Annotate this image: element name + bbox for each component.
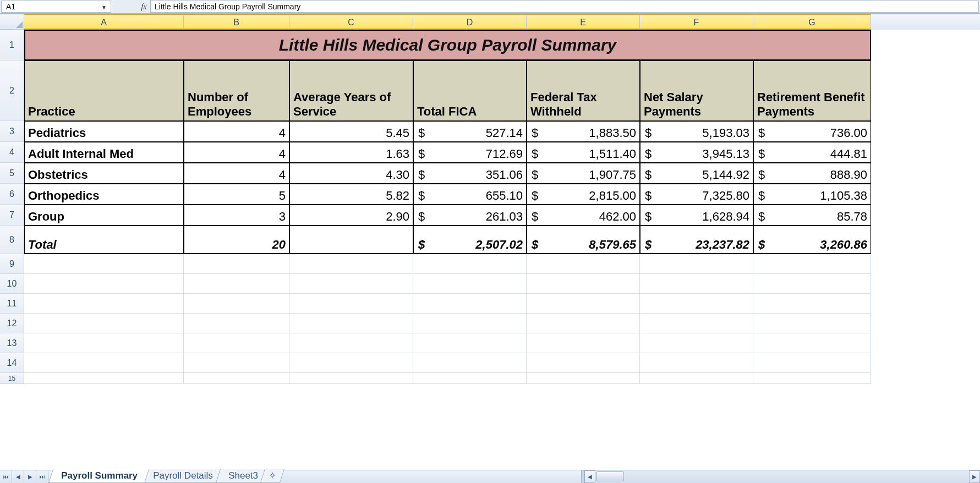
cell-net[interactable]: $5,144.92	[640, 163, 753, 184]
empty-cell[interactable]	[184, 254, 289, 274]
cell-years[interactable]: 4.30	[289, 163, 413, 184]
empty-cell[interactable]	[24, 333, 184, 353]
title-cell[interactable]: Little Hills Medical Group Payroll Summa…	[24, 30, 871, 61]
cell-ret[interactable]: $1,105.38	[753, 184, 871, 205]
row-header-15[interactable]: 15	[0, 373, 24, 384]
cell-years[interactable]: 2.90	[289, 205, 413, 226]
cell-practice[interactable]: Group	[24, 205, 184, 226]
tab-payroll-summary[interactable]: Payroll Summary	[48, 469, 149, 483]
total-fica[interactable]: $2,507.02	[413, 226, 527, 254]
scroll-thumb[interactable]	[596, 471, 624, 481]
row-header-3[interactable]: 3	[0, 121, 24, 142]
empty-cell[interactable]	[289, 254, 413, 274]
chevron-down-icon[interactable]: ▼	[100, 3, 108, 12]
total-tax[interactable]: $8,579.65	[527, 226, 640, 254]
empty-cell[interactable]	[24, 294, 184, 314]
total-net[interactable]: $23,237.82	[640, 226, 753, 254]
empty-cell[interactable]	[753, 254, 871, 274]
cell-net[interactable]: $1,628.94	[640, 205, 753, 226]
hdr-fed-tax[interactable]: Federal Tax Withheld	[527, 61, 640, 121]
total-ret[interactable]: $3,260.86	[753, 226, 871, 254]
cell-practice[interactable]: Pediatrics	[24, 121, 184, 142]
empty-cell[interactable]	[413, 294, 527, 314]
empty-cell[interactable]	[184, 314, 289, 333]
empty-cell[interactable]	[413, 314, 527, 333]
empty-cell[interactable]	[753, 333, 871, 353]
empty-cell[interactable]	[527, 274, 640, 294]
empty-cell[interactable]	[184, 353, 289, 373]
cell-years[interactable]: 5.82	[289, 184, 413, 205]
cell-fica[interactable]: $351.06	[413, 163, 527, 184]
empty-cell[interactable]	[289, 314, 413, 333]
tab-new-sheet[interactable]: ✧	[260, 469, 284, 483]
empty-cell[interactable]	[640, 314, 753, 333]
col-header-F[interactable]: F	[640, 14, 753, 30]
tab-nav-first[interactable]: ⏮	[0, 470, 12, 483]
tab-nav-prev[interactable]: ◀	[12, 470, 24, 483]
cell-practice[interactable]: Orthopedics	[24, 184, 184, 205]
row-header-9[interactable]: 9	[0, 254, 24, 274]
row-header-6[interactable]: 6	[0, 184, 24, 205]
empty-cell[interactable]	[413, 274, 527, 294]
cell-emp[interactable]: 4	[184, 121, 289, 142]
select-all-corner[interactable]	[0, 14, 24, 30]
scroll-right-button[interactable]: ▶	[969, 470, 980, 483]
tab-nav-last[interactable]: ⏭	[36, 470, 48, 483]
cell-years[interactable]: 1.63	[289, 142, 413, 163]
cell-tax[interactable]: $1,883.50	[527, 121, 640, 142]
col-header-A[interactable]: A	[24, 14, 184, 30]
empty-cell[interactable]	[753, 314, 871, 333]
cell-fica[interactable]: $261.03	[413, 205, 527, 226]
scroll-left-button[interactable]: ◀	[584, 470, 595, 483]
empty-cell[interactable]	[24, 373, 184, 384]
total-emp[interactable]: 20	[184, 226, 289, 254]
empty-cell[interactable]	[289, 333, 413, 353]
cell-tax[interactable]: $1,907.75	[527, 163, 640, 184]
empty-cell[interactable]	[527, 294, 640, 314]
cell-years[interactable]: 5.45	[289, 121, 413, 142]
row-header-8[interactable]: 8	[0, 226, 24, 254]
empty-cell[interactable]	[24, 314, 184, 333]
empty-cell[interactable]	[184, 274, 289, 294]
empty-cell[interactable]	[527, 254, 640, 274]
horizontal-scrollbar[interactable]: ◀ ▶	[584, 470, 980, 483]
hdr-net-salary[interactable]: Net Salary Payments	[640, 61, 753, 121]
cell-practice[interactable]: Adult Internal Med	[24, 142, 184, 163]
empty-cell[interactable]	[413, 353, 527, 373]
total-years[interactable]	[289, 226, 413, 254]
fx-button[interactable]: fx	[112, 0, 151, 13]
empty-cell[interactable]	[289, 373, 413, 384]
cell-emp[interactable]: 3	[184, 205, 289, 226]
empty-cell[interactable]	[640, 333, 753, 353]
cell-emp[interactable]: 4	[184, 163, 289, 184]
cell-emp[interactable]: 4	[184, 142, 289, 163]
empty-cell[interactable]	[640, 254, 753, 274]
cell-emp[interactable]: 5	[184, 184, 289, 205]
row-header-12[interactable]: 12	[0, 314, 24, 333]
col-header-D[interactable]: D	[413, 14, 527, 30]
cell-fica[interactable]: $655.10	[413, 184, 527, 205]
empty-cell[interactable]	[753, 294, 871, 314]
cell-fica[interactable]: $527.14	[413, 121, 527, 142]
empty-cell[interactable]	[289, 353, 413, 373]
empty-cell[interactable]	[413, 333, 527, 353]
col-header-C[interactable]: C	[289, 14, 413, 30]
hdr-avg-years[interactable]: Average Years of Service	[289, 61, 413, 121]
empty-cell[interactable]	[184, 333, 289, 353]
empty-cell[interactable]	[753, 353, 871, 373]
empty-cell[interactable]	[753, 373, 871, 384]
cell-ret[interactable]: $888.90	[753, 163, 871, 184]
cell-net[interactable]: $3,945.13	[640, 142, 753, 163]
empty-cell[interactable]	[527, 353, 640, 373]
empty-cell[interactable]	[184, 373, 289, 384]
tab-payroll-details[interactable]: Payroll Details	[140, 469, 225, 483]
empty-cell[interactable]	[527, 314, 640, 333]
empty-cell[interactable]	[640, 274, 753, 294]
cells-area[interactable]: Little Hills Medical Group Payroll Summa…	[24, 30, 980, 470]
row-header-13[interactable]: 13	[0, 333, 24, 353]
cell-net[interactable]: $5,193.03	[640, 121, 753, 142]
hdr-num-emp[interactable]: Number of Employees	[184, 61, 289, 121]
col-header-G[interactable]: G	[753, 14, 871, 30]
empty-cell[interactable]	[24, 254, 184, 274]
hdr-retirement[interactable]: Retirement Benefit Payments	[753, 61, 871, 121]
